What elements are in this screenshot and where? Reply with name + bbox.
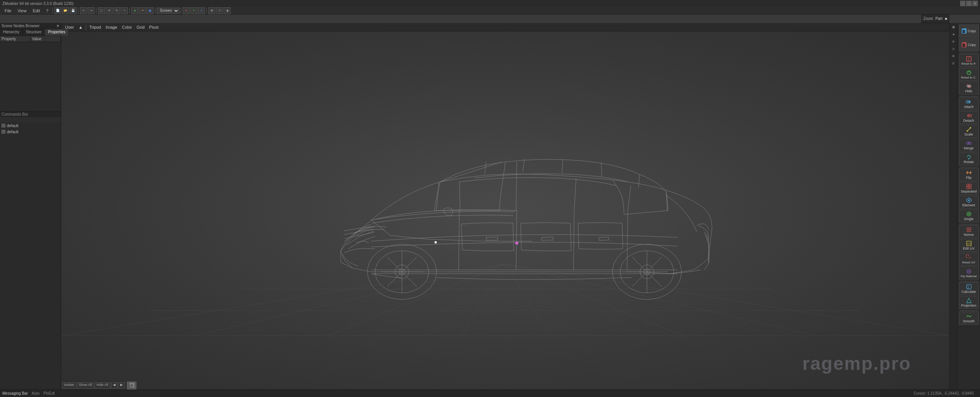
scene-item-label-1: default [7, 130, 18, 134]
vp-sep1 [86, 25, 86, 30]
rotate-btn[interactable]: Rotate [959, 152, 979, 165]
toolbar-save[interactable]: 💾 [70, 7, 77, 14]
svg-rect-54 [969, 187, 971, 189]
tab-properties[interactable]: Properties [45, 29, 69, 36]
smooth-label: Smooth [963, 319, 975, 323]
reset-uv-label: Reset UV [962, 261, 975, 264]
scale-btn[interactable]: Scale [959, 125, 979, 138]
element-icon [966, 197, 972, 203]
vp-btn-extra2[interactable]: ▶ [118, 382, 125, 389]
title-bar: ZModeler 64 bit version 3.3.0 (Build 123… [0, 0, 980, 7]
tab-hierarchy[interactable]: Hierarchy [0, 29, 23, 36]
scene-item-1[interactable]: default [0, 129, 61, 135]
toolbar-undo[interactable]: ↩ [80, 7, 87, 14]
rt-sep3 [960, 167, 978, 167]
copy-label-second: Copy [968, 43, 976, 47]
vp-btn-extra1[interactable]: ◀ [111, 382, 118, 389]
toolbar-open[interactable]: 📂 [62, 7, 69, 14]
rt-sep5 [960, 281, 978, 281]
reset-to-c-btn[interactable]: Reset to C. [959, 68, 979, 81]
toolbar-edge[interactable]: ━ [139, 7, 146, 14]
flip-btn[interactable]: Flip [959, 168, 979, 181]
merge-btn[interactable]: Merge [959, 139, 979, 152]
toolbar-snap[interactable]: ⊞ [208, 7, 215, 14]
minimize-btn[interactable]: ─ [960, 1, 965, 6]
smooth-btn[interactable]: Smooth [959, 312, 979, 325]
panel-tabs: Hierarchy Structure Properties [0, 29, 61, 36]
maximize-btn[interactable]: □ [966, 1, 972, 6]
single-btn[interactable]: Single [959, 209, 979, 222]
toolbar-new[interactable]: 📄 [54, 7, 61, 14]
toolbar-axis-y[interactable]: Y [190, 7, 197, 14]
toolbar-axis-z[interactable]: Z [198, 7, 205, 14]
toolbar-rotate[interactable]: ↻ [113, 7, 120, 14]
hide-icon [966, 83, 972, 89]
scale-icon [966, 126, 972, 132]
scene-item-checkbox-1 [2, 130, 5, 134]
fly-material-btn[interactable]: Fly Material [959, 266, 979, 279]
menu-view[interactable]: View [15, 8, 30, 14]
right-toolbar-secondary: ▣ ◈ ⊕ ◎ ⊞ ⊟ [949, 23, 957, 389]
rt2-btn5[interactable]: ⊞ [950, 52, 957, 59]
edit-uv-icon: UV [966, 240, 972, 247]
menu-edit[interactable]: Edit [29, 8, 43, 14]
copy-btn-second[interactable]: Copy [959, 38, 979, 51]
rotate-icon [966, 154, 972, 160]
car-viewport: ragemp.pro [61, 31, 949, 389]
rt2-btn6[interactable]: ⊟ [950, 60, 957, 67]
toolbar-select[interactable]: ▢ [98, 7, 105, 14]
nonce-label: Nonce [964, 233, 973, 237]
vp-menu-image[interactable]: Image [103, 24, 120, 30]
toolbar-redo[interactable]: ↪ [88, 7, 95, 14]
rt2-btn3[interactable]: ⊕ [950, 38, 957, 45]
rt2-btn1[interactable]: ▣ [950, 23, 957, 30]
toolbar-scale[interactable]: ⤡ [121, 7, 128, 14]
attach-btn[interactable]: Attach [959, 97, 979, 110]
hide-all-btn[interactable]: Hide All [95, 382, 110, 389]
separated-btn[interactable]: Separated [959, 182, 979, 195]
screen-dropdown[interactable]: Screen [157, 8, 180, 14]
close-btn[interactable]: ✕ [972, 1, 978, 6]
edit-uv-btn[interactable]: UV Edit UV [959, 239, 979, 252]
viewport[interactable]: User ▲ Tripod Image Color Grid Pivot [61, 23, 949, 389]
nav-cube-icon[interactable] [127, 382, 136, 389]
nonce-btn[interactable]: Nonce [959, 225, 979, 238]
scene-item-0[interactable]: default [0, 123, 61, 129]
rt2-btn2[interactable]: ◈ [950, 31, 957, 38]
vp-menu-arrow[interactable]: ▲ [76, 24, 85, 30]
reset-uv-btn[interactable]: UV Reset UV [959, 253, 979, 266]
reset-to-p-btn[interactable]: Reset to P. [959, 54, 979, 67]
car-wireframe [295, 124, 716, 316]
reset-c-icon [966, 70, 972, 76]
hide-btn[interactable]: Hide [959, 82, 979, 95]
toolbar-axis-x[interactable]: X [183, 7, 189, 14]
isolate-btn[interactable]: Isolate [62, 382, 76, 389]
projection-btn[interactable]: Projection [959, 296, 979, 309]
show-all-btn[interactable]: Show All [77, 382, 94, 389]
commands-bar: Commands Bar [0, 111, 61, 117]
toolbar-move[interactable]: ✛ [106, 7, 113, 14]
vp-menu-pivot[interactable]: Pivot [147, 24, 161, 30]
toolbar-vertex[interactable]: ● [131, 7, 138, 14]
vp-menu-tripod[interactable]: Tripod [87, 24, 103, 30]
panel-close-btn[interactable]: ✕ [56, 24, 59, 28]
menu-help[interactable]: ? [43, 8, 51, 14]
element-btn[interactable]: Element [959, 196, 979, 209]
svg-rect-39 [962, 43, 965, 47]
vp-menu-grid[interactable]: Grid [134, 24, 147, 30]
menu-file[interactable]: File [2, 8, 15, 14]
vp-menu-color[interactable]: Color [119, 24, 134, 30]
detach-btn[interactable]: Detach [959, 111, 979, 124]
flip-icon [966, 170, 972, 176]
rt2-btn4[interactable]: ◎ [950, 45, 957, 52]
watermark: ragemp.pro [802, 353, 911, 374]
tab-structure[interactable]: Structure [23, 29, 45, 36]
copy-icon-top [962, 28, 967, 34]
rotate-label: Rotate [964, 160, 974, 164]
single-icon [966, 211, 972, 217]
toolbar-face[interactable]: ▣ [147, 7, 154, 14]
copy-btn-top[interactable]: Copy [959, 25, 979, 38]
calculate-btn[interactable]: ∑ Calculate [959, 282, 979, 295]
toolbar-shade[interactable]: ◑ [224, 7, 230, 14]
toolbar-wireframe[interactable]: ⬡ [216, 7, 223, 14]
